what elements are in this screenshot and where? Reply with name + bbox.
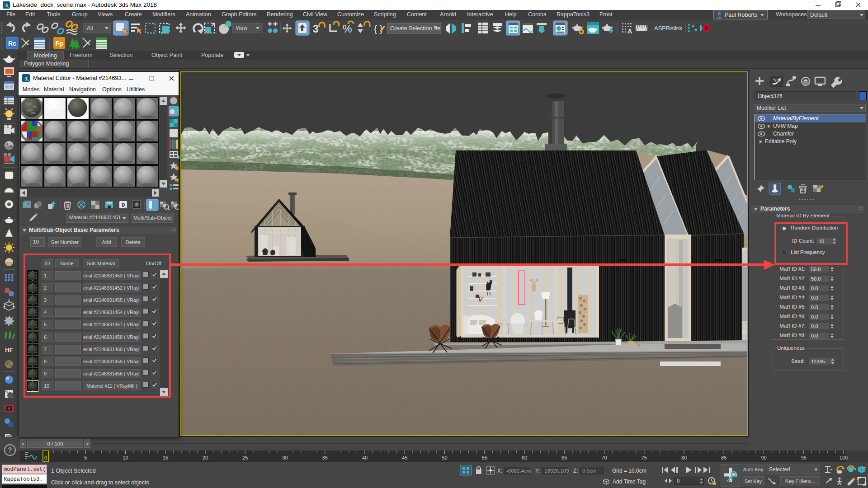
svg-text:95: 95 (801, 455, 807, 460)
svg-text:70: 70 (601, 455, 607, 460)
svg-text:A: A (627, 28, 632, 35)
svg-text:30: 30 (282, 455, 288, 460)
svg-text:0: 0 (44, 455, 47, 460)
svg-text:%: % (343, 23, 352, 35)
svg-text:40: 40 (362, 455, 368, 460)
svg-text:?: ? (8, 446, 12, 454)
svg-text:3: 3 (5, 2, 8, 9)
svg-text:75: 75 (642, 455, 647, 460)
svg-text:100: 100 (840, 455, 848, 460)
svg-text:10: 10 (123, 455, 128, 460)
svg-text:20: 20 (203, 455, 208, 460)
svg-text:Create Selection Se: Create Selection Se (390, 25, 440, 32)
svg-text:3: 3 (313, 23, 319, 35)
svg-text:50: 50 (442, 455, 447, 460)
svg-text:80: 80 (681, 455, 687, 460)
svg-text:View: View (236, 25, 247, 31)
svg-text:HF: HF (5, 347, 13, 353)
svg-text:5: 5 (84, 455, 87, 460)
svg-text:65: 65 (561, 455, 567, 460)
svg-text:15: 15 (163, 455, 168, 460)
svg-text:3: 3 (24, 75, 28, 82)
svg-text:S: S (704, 25, 708, 32)
svg-text:45: 45 (402, 455, 407, 460)
svg-text:90: 90 (761, 455, 766, 460)
svg-text:ASPRelink: ASPRelink (654, 25, 683, 32)
svg-text:55: 55 (482, 455, 487, 460)
svg-text:0: 0 (122, 202, 125, 208)
svg-text:25: 25 (242, 455, 248, 460)
svg-text:35: 35 (322, 455, 328, 460)
svg-text:60: 60 (522, 455, 527, 460)
svg-text:Rc: Rc (8, 40, 16, 47)
svg-text:85: 85 (721, 455, 726, 460)
svg-text:All: All (87, 25, 93, 31)
svg-text:Fp: Fp (55, 40, 63, 47)
